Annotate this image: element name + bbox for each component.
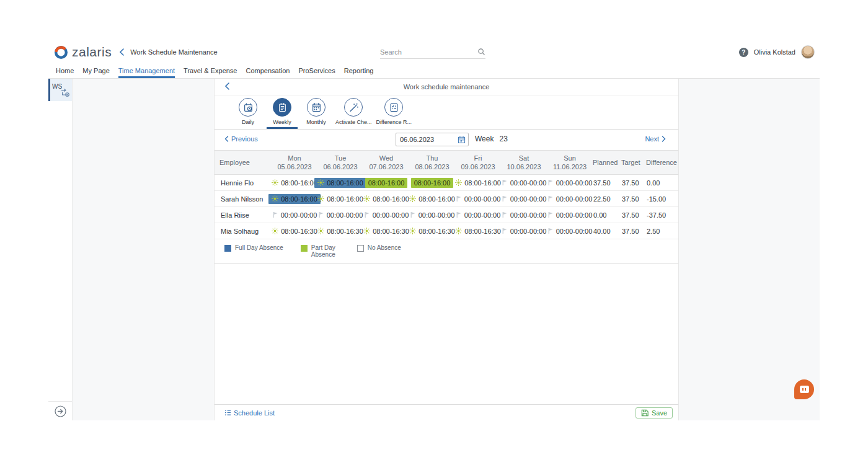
schedule-chip[interactable]: 00:00-00:00 <box>544 226 596 236</box>
search-field[interactable] <box>380 45 485 59</box>
schedule-chip[interactable]: 00:00-00:00 <box>498 178 550 188</box>
panel-back-icon[interactable] <box>224 82 230 90</box>
schedule-chip[interactable]: 00:00-00:00 <box>269 210 321 220</box>
day-cell: 08:00-16:00 <box>317 178 363 188</box>
schedule-chip[interactable]: 08:00-16:00 <box>314 194 366 204</box>
schedule-chip[interactable]: 00:00-00:00 <box>453 194 504 204</box>
shift-time: 08:00-16:00 <box>327 179 363 187</box>
zalaris-logo[interactable]: zalaris <box>55 45 112 60</box>
date-input[interactable] <box>400 136 458 143</box>
schedule-chip[interactable]: 08:00-16:00 <box>406 194 458 204</box>
schedule-chip[interactable]: 08:00-16:30 <box>268 226 321 236</box>
shift-time: 00:00-00:00 <box>510 195 547 203</box>
legend-label: Full Day Absence <box>235 244 283 251</box>
schedule-chip-part-absence[interactable]: 08:00-16:00 <box>411 178 454 188</box>
sidebar-item-work-schedule[interactable]: WS <box>48 79 72 101</box>
schedule-chip[interactable]: 08:00-16:30 <box>360 226 412 236</box>
avatar[interactable] <box>801 45 815 59</box>
legend-item-part-day-absence: Part Day Absence <box>301 244 340 258</box>
schedule-chip[interactable]: 00:00-00:00 <box>498 194 550 204</box>
save-icon <box>641 409 649 417</box>
nav-item-compensation[interactable]: Compensation <box>246 67 290 78</box>
next-week-link[interactable]: Next <box>645 135 666 143</box>
expand-sidebar-button[interactable] <box>55 405 66 417</box>
view-tab-label: Monthly <box>306 119 326 129</box>
view-tab-difference-r[interactable]: Difference R... <box>375 95 413 129</box>
week-indicator: Week23 <box>475 135 508 143</box>
help-icon[interactable]: ? <box>739 48 748 57</box>
table-row: Mia Solhaug08:00-16:3008:00-16:3008:00-1… <box>215 223 678 239</box>
view-tab-label: Activate Che... <box>335 119 372 129</box>
schedule-chip[interactable]: 08:00-16:30 <box>452 226 504 236</box>
schedule-chip[interactable]: 08:00-16:30 <box>314 226 366 236</box>
day-cell: 08:00-16:30 <box>363 226 409 236</box>
schedule-chip[interactable]: 00:00-00:00 <box>453 210 504 220</box>
nav-item-home[interactable]: Home <box>56 67 74 78</box>
flag-icon <box>547 211 554 218</box>
view-tab-daily[interactable]: Daily <box>232 95 264 129</box>
schedule-chip[interactable]: 00:00-00:00 <box>498 210 550 220</box>
view-tab-weekly[interactable]: Weekly <box>266 95 298 129</box>
nav-item-my-page[interactable]: My Page <box>82 67 109 78</box>
view-tab-activate-che[interactable]: Activate Che... <box>334 95 373 129</box>
planned-hours: 0.00 <box>593 211 621 219</box>
shift-time: 08:00-16:30 <box>418 228 455 235</box>
shift-time: 00:00-00:00 <box>281 211 317 219</box>
schedule-chip[interactable]: 00:00-00:00 <box>544 178 596 188</box>
calendar-icon[interactable] <box>458 136 466 144</box>
day-cell: 00:00-00:00 <box>363 210 409 220</box>
nav-item-travel-expense[interactable]: Travel & Expense <box>184 67 237 78</box>
schedule-chip[interactable]: 08:00-16:00 <box>360 194 412 204</box>
nav-item-proservices[interactable]: ProServices <box>298 67 335 78</box>
flag-icon <box>547 195 554 202</box>
shift-time: 00:00-00:00 <box>464 195 501 203</box>
nav-item-time-management[interactable]: Time Management <box>118 67 175 78</box>
schedule-chip[interactable]: 00:00-00:00 <box>407 210 458 220</box>
flag-icon <box>456 195 462 202</box>
planned-hours: 37.50 <box>593 179 621 187</box>
schedule-chip[interactable]: 00:00-00:00 <box>361 210 412 220</box>
search-icon[interactable] <box>477 48 485 56</box>
sun-icon <box>409 228 416 234</box>
work-schedule-icon <box>61 88 70 99</box>
view-tab-label: Daily <box>242 119 254 129</box>
schedule-chip-part-absence[interactable]: 08:00-16:00 <box>365 178 408 188</box>
search-input[interactable] <box>380 48 477 56</box>
nav-item-reporting[interactable]: Reporting <box>344 67 374 78</box>
schedule-chip[interactable]: 08:00-16:30 <box>406 226 458 236</box>
schedule-list-link[interactable]: Schedule List <box>224 409 275 417</box>
schedule-chip-full-absence[interactable]: 08:00-16:00 <box>314 178 366 188</box>
table-header-row: EmployeeMon05.06.2023Tue06.06.2023Wed07.… <box>215 150 678 175</box>
view-tab-monthly[interactable]: Monthly <box>300 95 332 129</box>
table-row: Hennie Flo08:00-16:0008:00-16:0008:00-16… <box>215 175 678 191</box>
legend-item-full-day-absence: Full Day Absence <box>224 244 283 252</box>
day-cell: 08:00-16:30 <box>455 226 501 236</box>
day-cell: 08:00-16:00 <box>363 194 409 204</box>
chat-bubble-button[interactable] <box>794 379 814 399</box>
sun-icon <box>455 228 462 234</box>
app-window: zalaris Work Schedule Maintenance ? Oliv… <box>48 40 820 420</box>
previous-week-link[interactable]: Previous <box>224 135 258 143</box>
difference-view-icon <box>384 98 403 117</box>
sun-icon <box>363 195 370 202</box>
schedule-chip[interactable]: 08:00-16:00 <box>452 178 504 188</box>
shift-time: 00:00-00:00 <box>510 211 547 219</box>
column-header-target: Target <box>621 159 646 166</box>
flag-icon <box>318 211 324 218</box>
header-back-icon[interactable] <box>119 48 125 56</box>
schedule-chip[interactable]: 00:00-00:00 <box>544 210 596 220</box>
flag-icon <box>547 179 554 186</box>
schedule-chip[interactable]: 00:00-00:00 <box>498 226 550 236</box>
sun-icon <box>317 195 324 202</box>
schedule-chip[interactable]: 00:00-00:00 <box>544 194 596 204</box>
date-picker[interactable] <box>396 133 469 146</box>
schedule-chip-full-absence[interactable]: 08:00-16:00 <box>268 194 321 204</box>
employee-name: Hennie Flo <box>219 179 272 187</box>
shift-time: 00:00-00:00 <box>510 179 547 187</box>
content-background: Work schedule maintenance DailyWeeklyMon… <box>73 79 820 420</box>
save-button[interactable]: Save <box>636 407 673 418</box>
schedule-chip[interactable]: 00:00-00:00 <box>315 210 366 220</box>
schedule-chip[interactable]: 08:00-16:00 <box>268 178 321 188</box>
day-cell: 08:00-16:30 <box>317 226 363 236</box>
part-absence-swatch <box>301 245 308 252</box>
